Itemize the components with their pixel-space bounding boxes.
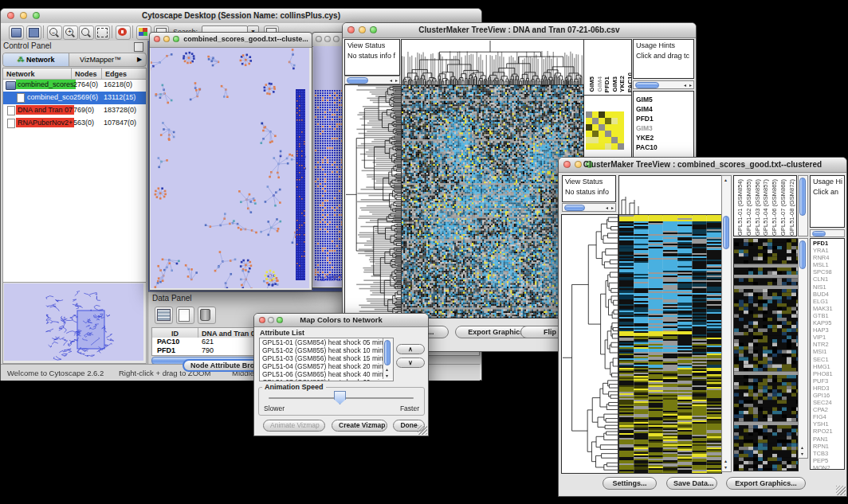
new-attribute-icon[interactable] xyxy=(176,307,194,324)
gene-label[interactable]: GIM4 xyxy=(634,104,693,114)
gene-label[interactable]: HRD3 xyxy=(811,385,844,392)
tv2-genes-vscrollbar[interactable]: ▴ ▾ xyxy=(798,238,808,459)
gene-label[interactable]: YSH1 xyxy=(811,420,844,428)
save-icon[interactable] xyxy=(26,25,41,40)
gene-label[interactable]: SEC1 xyxy=(811,356,844,363)
scroll-right-icon[interactable]: ▸ xyxy=(395,77,398,84)
scroll-down-icon[interactable]: ▾ xyxy=(724,464,727,471)
scroll-left-icon[interactable]: ◂ xyxy=(390,77,392,84)
gene-label[interactable]: PAN1 xyxy=(811,436,844,443)
minimize-button[interactable] xyxy=(163,36,170,42)
gene-label[interactable]: MSI1 xyxy=(811,348,844,355)
move-up-button[interactable]: ∧ xyxy=(396,344,425,354)
attribute-list-vscrollbar[interactable]: ▴ ▾ xyxy=(383,338,393,379)
gene-label[interactable]: PEP5 xyxy=(811,457,844,464)
tv2-hints-hscrollbar[interactable] xyxy=(810,229,845,237)
network1-canvas[interactable] xyxy=(151,48,309,288)
close-button[interactable] xyxy=(154,36,160,42)
scroll-up-icon[interactable]: ▴ xyxy=(386,366,388,373)
network1-titlebar[interactable]: combined_scores_good.txt--cluste... xyxy=(150,33,312,48)
float-panel-icon[interactable] xyxy=(134,42,143,52)
network-list-row[interactable]: DNA and Tran 07769(0)183728(0) xyxy=(3,104,146,117)
gene-label[interactable]: KAP95 xyxy=(811,319,844,326)
attribute-item[interactable]: GPL51-03 (GSM856) heat shock 15 min xyxy=(260,354,393,362)
attribute-item[interactable]: GPL51-01 (GSM854) heat shock 05 min xyxy=(260,338,393,346)
gene-label[interactable]: NIS1 xyxy=(811,283,844,291)
gene-label[interactable]: TCB3 xyxy=(811,450,844,457)
gene-label[interactable]: YRA1 xyxy=(811,247,844,254)
gene-label[interactable]: BUD4 xyxy=(811,291,844,298)
network-list-row[interactable]: combined_sco2569(6)13112(15) xyxy=(3,92,146,104)
gene-label[interactable]: RPO21 xyxy=(811,428,844,435)
tv2-row-dendrogram[interactable] xyxy=(561,214,618,474)
minimize-button[interactable] xyxy=(324,36,331,42)
tv1-similarity-matrix[interactable] xyxy=(586,111,624,150)
gene-label[interactable]: GTB1 xyxy=(811,312,844,319)
scroll-up-icon[interactable]: ▴ xyxy=(724,458,727,464)
tv1-hints-hscrollbar[interactable]: ◂ ▸ xyxy=(633,80,694,89)
help-lifering-icon[interactable] xyxy=(116,25,131,40)
attribute-item[interactable]: GPL51-02 (GSM855) heat shock 10 min xyxy=(260,346,393,354)
zoom-fit-icon[interactable] xyxy=(95,25,110,40)
gene-label[interactable]: GIM3 xyxy=(634,123,693,133)
tv2-heatmap[interactable] xyxy=(618,214,722,474)
gene-label[interactable]: VIP1 xyxy=(811,334,844,341)
tv1-column-dendrogram[interactable] xyxy=(401,39,584,86)
treeview1-titlebar[interactable]: ClusterMaker TreeView : DNA and Tran 07-… xyxy=(343,23,696,38)
tv2-status-hscrollbar[interactable]: ◂ ▸ xyxy=(562,203,616,212)
gene-label[interactable]: YKE2 xyxy=(634,133,693,143)
gene-label[interactable]: PAC10 xyxy=(634,143,693,152)
export-graphics-button[interactable]: Export Graphics... xyxy=(726,477,806,490)
animate-vizmap-button[interactable]: Animate Vizmap xyxy=(263,420,325,432)
gene-label[interactable]: RNR4 xyxy=(811,254,844,261)
tab-overflow-arrow[interactable]: ▶ xyxy=(133,53,146,66)
zoom-out-icon[interactable]: – xyxy=(47,25,62,40)
scroll-up-icon[interactable]: ▴ xyxy=(724,177,727,183)
zoom-button[interactable] xyxy=(173,36,179,42)
gene-label[interactable]: GPI16 xyxy=(811,392,844,399)
gene-label[interactable]: PUF3 xyxy=(811,377,844,385)
move-down-button[interactable]: ∨ xyxy=(396,357,425,368)
scroll-down-icon[interactable]: ▾ xyxy=(801,451,803,457)
attribute-item[interactable]: GPL51-06 (GSM865) heat shock 40 min xyxy=(260,370,393,378)
tab-vizmapper[interactable]: VizMapper™ xyxy=(69,53,132,66)
speed-slider-thumb[interactable] xyxy=(334,391,346,404)
gene-label[interactable]: SEC24 xyxy=(811,399,844,406)
gene-label[interactable]: MAK31 xyxy=(811,305,844,312)
gene-label[interactable]: PHO81 xyxy=(811,370,844,377)
zoom-in-icon[interactable]: + xyxy=(63,25,78,40)
scroll-left-icon[interactable]: ◂ xyxy=(684,82,686,88)
zoom-button[interactable] xyxy=(333,36,340,42)
gene-label[interactable]: MSL1 xyxy=(811,261,844,268)
settings-button[interactable]: Settings... xyxy=(603,477,657,490)
save-data-button[interactable]: Save Data... xyxy=(666,477,717,490)
tv1-heatmap[interactable] xyxy=(401,84,584,318)
gene-label[interactable]: SPC98 xyxy=(811,268,844,275)
gene-label[interactable]: PFD1 xyxy=(634,114,693,123)
tv1-status-hscrollbar[interactable]: ◂ ▸ xyxy=(344,76,400,84)
delete-attribute-icon[interactable] xyxy=(198,307,216,324)
open-file-icon[interactable] xyxy=(9,25,24,40)
tv2-labels-vscrollbar[interactable] xyxy=(798,175,808,236)
gene-label[interactable]: CLN1 xyxy=(811,275,844,283)
scroll-right-icon[interactable]: ▸ xyxy=(611,205,614,211)
gene-label[interactable]: FIG4 xyxy=(811,413,844,420)
create-vizmap-button[interactable]: Create Vizmap xyxy=(332,420,387,432)
col-edges[interactable]: Edges xyxy=(102,68,144,79)
tv2-column-dendrogram[interactable] xyxy=(618,175,722,216)
treeview2-titlebar[interactable]: ClusterMaker TreeView : combined_scores_… xyxy=(559,158,846,173)
gene-label[interactable]: NTR2 xyxy=(811,341,844,348)
gene-label[interactable]: HAP3 xyxy=(811,326,844,334)
gene-label[interactable]: ELG1 xyxy=(811,298,844,305)
scroll-left-icon[interactable]: ◂ xyxy=(606,205,608,211)
gene-label[interactable]: RPN1 xyxy=(811,443,844,450)
gene-label[interactable]: HMG1 xyxy=(811,363,844,370)
scroll-down-icon[interactable]: ▾ xyxy=(386,373,388,379)
tv2-mini-heatmap[interactable] xyxy=(733,238,799,471)
birdseye-canvas[interactable] xyxy=(4,283,143,361)
dialog-titlebar[interactable]: Map Colors to Network xyxy=(254,314,428,327)
resize-grip[interactable] xyxy=(836,486,846,495)
col-nodes[interactable]: Nodes xyxy=(72,68,102,79)
close-button[interactable] xyxy=(316,36,322,42)
attribute-item[interactable]: GPL51-07 (GSM868) heat shock 60 min xyxy=(260,378,393,381)
